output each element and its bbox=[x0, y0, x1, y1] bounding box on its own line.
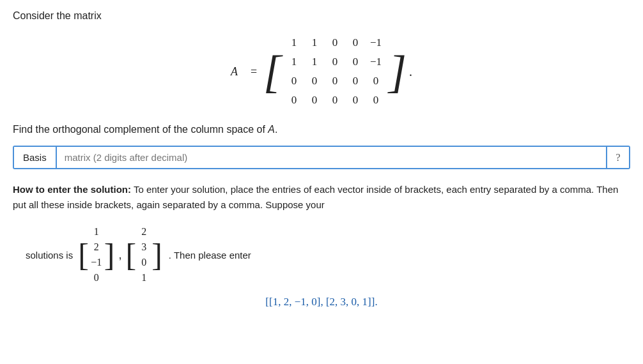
find-matrix-label: A bbox=[268, 124, 275, 135]
howto-bold: How to enter the solution: bbox=[13, 184, 131, 195]
vector-comma: , bbox=[119, 248, 122, 262]
input-row: Basis ? bbox=[13, 146, 630, 169]
vector1-wrapper: [ 1 2 −1 0 ] bbox=[78, 224, 114, 285]
matrix-grid: 1 1 0 0 −1 1 1 0 0 −1 0 0 0 0 0 0 0 0 0 … bbox=[284, 33, 386, 110]
basis-label: Basis bbox=[14, 147, 57, 168]
v1-bracket-right: ] bbox=[104, 239, 115, 271]
vector2-wrapper: [ 2 3 0 1 ] bbox=[126, 224, 162, 285]
then-text: . Then please enter bbox=[169, 250, 251, 261]
consider-text: Consider the matrix bbox=[13, 10, 630, 22]
vector1-grid: 1 2 −1 0 bbox=[90, 224, 103, 285]
equals-sign: = bbox=[251, 65, 257, 79]
v2-bracket-left: [ bbox=[126, 239, 137, 271]
solutions-row: solutions is [ 1 2 −1 0 ] , [ 2 3 0 1 ] … bbox=[26, 224, 630, 285]
v2-bracket-right: ] bbox=[151, 239, 162, 271]
answer-line: [[1, 2, −1, 0], [2, 3, 0, 1]]. bbox=[13, 296, 630, 308]
bracket-left: [ bbox=[263, 49, 281, 95]
matrix-brackets: [ 1 1 0 0 −1 1 1 0 0 −1 0 0 0 0 0 0 0 0 … bbox=[263, 33, 407, 110]
answer-text: [[1, 2, −1, 0], [2, 3, 0, 1]]. bbox=[265, 296, 377, 308]
matrix-display: A = [ 1 1 0 0 −1 1 1 0 0 −1 0 0 0 0 0 0 … bbox=[13, 33, 630, 110]
bracket-right: ] bbox=[389, 49, 407, 95]
solutions-label: solutions is bbox=[26, 250, 73, 261]
howto-section: How to enter the solution: To enter your… bbox=[13, 182, 630, 213]
help-button[interactable]: ? bbox=[606, 147, 629, 168]
v1-bracket-left: [ bbox=[78, 239, 89, 271]
matrix-label-a: A bbox=[231, 65, 238, 79]
basis-input[interactable] bbox=[57, 147, 606, 168]
vector2-grid: 2 3 0 1 bbox=[137, 224, 150, 285]
period: . bbox=[409, 64, 412, 79]
find-text: Find the orthogonal complement of the co… bbox=[13, 124, 630, 135]
